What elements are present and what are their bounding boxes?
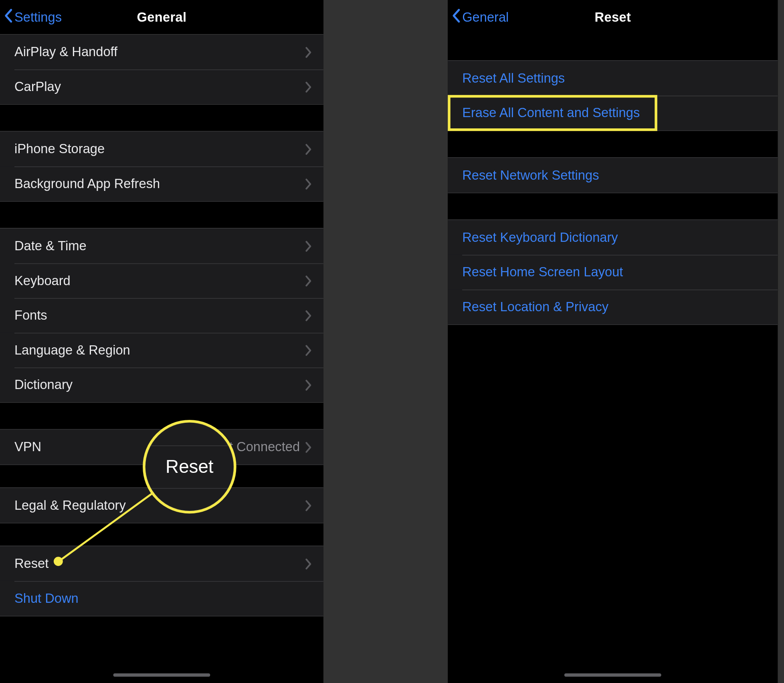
section-gap bbox=[0, 523, 323, 546]
row-reset[interactable]: Reset bbox=[0, 546, 323, 581]
group-storage: iPhone Storage Background App Refresh bbox=[0, 131, 323, 202]
group-reset-network: Reset Network Settings bbox=[448, 157, 778, 193]
row-reset-location-privacy[interactable]: Reset Location & Privacy bbox=[448, 290, 778, 324]
navbar-reset: General Reset bbox=[448, 0, 778, 34]
chevron-right-icon bbox=[305, 240, 311, 252]
row-language-region[interactable]: Language & Region bbox=[0, 333, 323, 368]
chevron-right-icon bbox=[305, 46, 311, 58]
row-label: Language & Region bbox=[14, 343, 305, 358]
row-reset-home-screen-layout[interactable]: Reset Home Screen Layout bbox=[448, 255, 778, 290]
row-background-app-refresh[interactable]: Background App Refresh bbox=[0, 166, 323, 201]
chevron-right-icon bbox=[305, 178, 311, 189]
row-label: Reset All Settings bbox=[462, 71, 766, 86]
row-keyboard[interactable]: Keyboard bbox=[0, 263, 323, 298]
row-erase-all-content-and-settings[interactable]: Erase All Content and Settings bbox=[448, 95, 778, 130]
row-label: Reset Keyboard Dictionary bbox=[462, 230, 766, 245]
row-label: Reset Location & Privacy bbox=[462, 299, 766, 314]
row-airplay-handoff[interactable]: AirPlay & Handoff bbox=[0, 35, 323, 70]
row-reset-network-settings[interactable]: Reset Network Settings bbox=[448, 158, 778, 193]
row-label: Erase All Content and Settings bbox=[462, 105, 766, 121]
row-iphone-storage[interactable]: iPhone Storage bbox=[0, 132, 323, 166]
section-gap bbox=[448, 34, 778, 60]
row-reset-all-settings[interactable]: Reset All Settings bbox=[448, 61, 778, 96]
chevron-right-icon bbox=[305, 275, 311, 286]
row-date-time[interactable]: Date & Time bbox=[0, 229, 323, 263]
back-label: General bbox=[462, 10, 509, 25]
phone-general: Settings General AirPlay & Handoff CarPl… bbox=[0, 0, 323, 683]
home-indicator[interactable] bbox=[113, 673, 210, 677]
row-shut-down[interactable]: Shut Down bbox=[0, 581, 323, 616]
row-legal-regulatory[interactable]: Legal & Regulatory bbox=[0, 488, 323, 523]
chevron-right-icon bbox=[305, 81, 311, 93]
section-gap bbox=[448, 193, 778, 219]
row-label: iPhone Storage bbox=[14, 142, 305, 157]
row-label: VPN bbox=[14, 440, 212, 455]
home-indicator[interactable] bbox=[564, 673, 661, 677]
back-to-general[interactable]: General bbox=[452, 0, 509, 34]
page-title: General bbox=[137, 10, 186, 25]
group-legal: Legal & Regulatory bbox=[0, 487, 323, 523]
row-label: CarPlay bbox=[14, 79, 305, 95]
back-label: Settings bbox=[14, 10, 62, 25]
group-reset: Reset Shut Down bbox=[0, 546, 323, 616]
section-gap bbox=[0, 403, 323, 429]
row-label: Shut Down bbox=[14, 591, 312, 606]
row-label: Date & Time bbox=[14, 239, 305, 254]
chevron-left-icon bbox=[4, 8, 14, 26]
chevron-left-icon bbox=[452, 8, 462, 26]
row-vpn[interactable]: VPN Not Connected bbox=[0, 430, 323, 464]
group-reset-main: Reset All Settings Erase All Content and… bbox=[448, 60, 778, 131]
chevron-right-icon bbox=[305, 379, 311, 391]
group-locale: Date & Time Keyboard Fonts Language & Re… bbox=[0, 228, 323, 403]
row-label: AirPlay & Handoff bbox=[14, 45, 305, 60]
group-connectivity: AirPlay & Handoff CarPlay bbox=[0, 34, 323, 105]
chevron-right-icon bbox=[305, 499, 311, 511]
chevron-right-icon bbox=[305, 143, 311, 155]
row-dictionary[interactable]: Dictionary bbox=[0, 367, 323, 402]
group-reset-other: Reset Keyboard Dictionary Reset Home Scr… bbox=[448, 219, 778, 325]
row-label: Reset Network Settings bbox=[462, 168, 766, 183]
chevron-right-icon bbox=[305, 344, 311, 356]
row-label: Dictionary bbox=[14, 377, 305, 393]
row-carplay[interactable]: CarPlay bbox=[0, 69, 323, 104]
section-gap bbox=[0, 202, 323, 228]
back-to-settings[interactable]: Settings bbox=[4, 0, 62, 34]
section-gap bbox=[448, 131, 778, 157]
chevron-right-icon bbox=[305, 310, 311, 321]
row-label: Legal & Regulatory bbox=[14, 498, 305, 513]
row-label: Fonts bbox=[14, 308, 305, 323]
group-vpn: VPN Not Connected bbox=[0, 429, 323, 465]
row-label: Reset bbox=[14, 556, 305, 572]
chevron-right-icon bbox=[305, 441, 311, 453]
row-reset-keyboard-dictionary[interactable]: Reset Keyboard Dictionary bbox=[448, 220, 778, 255]
row-label: Keyboard bbox=[14, 273, 305, 288]
navbar-general: Settings General bbox=[0, 0, 323, 34]
row-value: Not Connected bbox=[212, 440, 300, 455]
row-fonts[interactable]: Fonts bbox=[0, 298, 323, 333]
row-label: Background App Refresh bbox=[14, 176, 305, 191]
row-label: Reset Home Screen Layout bbox=[462, 265, 766, 280]
chevron-right-icon bbox=[305, 558, 311, 570]
section-gap bbox=[0, 105, 323, 131]
section-gap bbox=[0, 465, 323, 488]
phone-reset: General Reset Reset All Settings Erase A… bbox=[448, 0, 778, 683]
page-title: Reset bbox=[594, 10, 631, 25]
